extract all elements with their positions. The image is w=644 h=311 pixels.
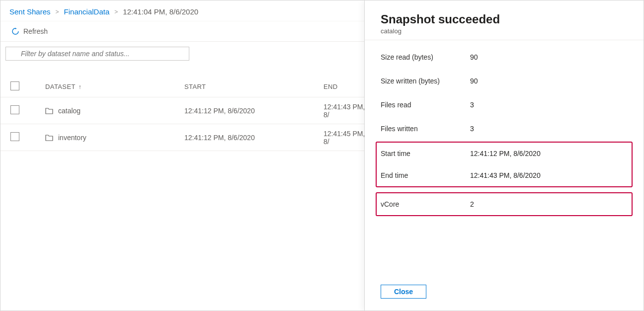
breadcrumb-separator: >	[114, 8, 118, 15]
breadcrumb-current: 12:41:04 PM, 8/6/2020	[123, 7, 198, 16]
row-checkbox[interactable]	[10, 105, 19, 114]
metric-start-time: Start time 12:41:12 PM, 8/6/2020	[381, 143, 628, 164]
metric-size-read: Size read (bytes) 90	[381, 45, 628, 69]
dataset-name: catalog	[58, 107, 80, 115]
metric-label: Files written	[381, 125, 470, 133]
column-header-label: DATASET	[45, 83, 76, 90]
sort-ascending-icon: ↑	[79, 83, 81, 90]
highlight-vcore-group: vCore 2	[376, 192, 633, 216]
refresh-label: Refresh	[23, 27, 48, 35]
select-all-checkbox[interactable]	[10, 81, 19, 90]
metric-value: 12:41:43 PM, 8/6/2020	[470, 171, 628, 179]
metric-vcore: vCore 2	[381, 193, 628, 215]
close-button[interactable]: Close	[381, 285, 426, 299]
table-row[interactable]: catalog 12:41:12 PM, 8/6/2020 12:41:43 P…	[0, 97, 365, 124]
table-header: DATASET ↑ START END	[0, 77, 365, 97]
breadcrumb-separator: >	[56, 8, 59, 15]
panel-subtitle: catalog	[381, 27, 628, 35]
metric-files-written: Files written 3	[381, 117, 628, 141]
breadcrumb-root-link[interactable]: Sent Shares	[9, 7, 51, 16]
breadcrumb: Sent Shares > FinancialData > 12:41:04 P…	[0, 0, 365, 21]
metric-value: 90	[470, 77, 628, 85]
column-header-end[interactable]: END	[323, 83, 365, 90]
metric-label: Files read	[381, 101, 470, 109]
highlight-time-group: Start time 12:41:12 PM, 8/6/2020 End tim…	[376, 142, 633, 187]
filter-row	[0, 42, 365, 61]
refresh-button[interactable]: Refresh	[9, 25, 50, 37]
metric-value: 90	[470, 53, 628, 61]
dataset-end: 12:41:45 PM, 8/	[323, 130, 365, 146]
metric-label: Size read (bytes)	[381, 53, 470, 61]
column-header-start[interactable]: START	[184, 83, 323, 90]
panel-title: Snapshot succeeded	[381, 12, 628, 26]
metric-label: Start time	[381, 150, 470, 157]
panel-body: Size read (bytes) 90 Size written (bytes…	[365, 40, 644, 278]
dataset-start: 12:41:12 PM, 8/6/2020	[184, 107, 323, 115]
dataset-start: 12:41:12 PM, 8/6/2020	[184, 134, 323, 142]
dataset-table: DATASET ↑ START END catalog 12:41:12 PM,…	[0, 77, 365, 151]
toolbar: Refresh	[0, 21, 365, 42]
column-header-dataset[interactable]: DATASET ↑	[45, 83, 184, 90]
metric-value: 3	[470, 125, 628, 133]
folder-icon	[45, 134, 53, 141]
breadcrumb-share-link[interactable]: FinancialData	[64, 7, 110, 16]
dataset-end: 12:41:43 PM, 8/	[323, 103, 365, 119]
metric-label: Size written (bytes)	[381, 77, 470, 85]
details-panel: Snapshot succeeded catalog Size read (by…	[364, 0, 644, 311]
metric-value: 3	[470, 101, 628, 109]
refresh-icon	[11, 27, 19, 35]
metric-end-time: End time 12:41:43 PM, 8/6/2020	[381, 164, 628, 186]
panel-footer: Close	[365, 278, 644, 311]
metric-files-read: Files read 3	[381, 93, 628, 117]
metric-value: 12:41:12 PM, 8/6/2020	[470, 150, 628, 157]
metric-value: 2	[470, 200, 628, 208]
metric-label: vCore	[381, 200, 470, 208]
panel-header: Snapshot succeeded catalog	[365, 0, 644, 40]
metric-size-written: Size written (bytes) 90	[381, 69, 628, 93]
filter-input[interactable]	[5, 47, 189, 61]
table-row[interactable]: inventory 12:41:12 PM, 8/6/2020 12:41:45…	[0, 124, 365, 151]
dataset-name: inventory	[58, 134, 86, 142]
folder-icon	[45, 107, 53, 114]
metric-label: End time	[381, 171, 470, 179]
row-checkbox[interactable]	[10, 132, 19, 141]
main-content: Sent Shares > FinancialData > 12:41:04 P…	[0, 0, 365, 311]
